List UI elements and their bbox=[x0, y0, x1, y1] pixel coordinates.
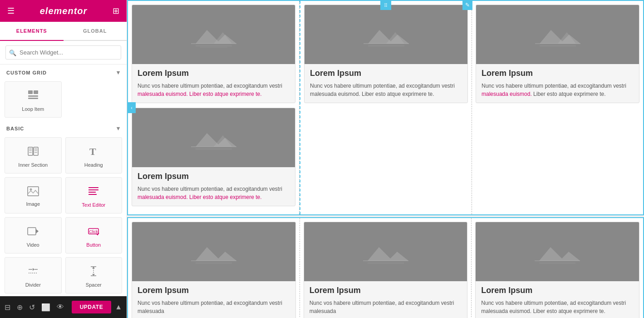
section-drag-handle[interactable]: ⠿ bbox=[380, 1, 391, 10]
widget-inner-section-label: Inner Section bbox=[18, 162, 48, 168]
heading-icon: T bbox=[87, 145, 100, 159]
bottom-icons: ⊟ ⊕ ↺ ⬜ 👁 bbox=[5, 303, 64, 312]
tab-global[interactable]: GLOBAL bbox=[64, 22, 127, 40]
card-image-4 bbox=[476, 5, 639, 64]
widget-image-label: Image bbox=[26, 201, 40, 207]
svg-rect-7 bbox=[29, 150, 32, 151]
section-row-1: ⠿ ‹ bbox=[127, 0, 644, 215]
widget-button[interactable]: Click Button bbox=[65, 217, 123, 253]
widget-loop-item[interactable]: Loop Item bbox=[5, 81, 62, 118]
undo-icon[interactable]: ↺ bbox=[29, 303, 35, 312]
card-image-6 bbox=[304, 222, 467, 281]
svg-rect-18 bbox=[88, 194, 97, 195]
section-custom-grid[interactable]: CUSTOM GRID ▾ bbox=[0, 65, 127, 79]
card-text-5: Nunc vos habere ultimum potentiae, ad ex… bbox=[138, 299, 290, 315]
card-text-highlight: malesuada euismod. Liber esto atque expr… bbox=[138, 91, 262, 97]
preview-icon[interactable]: 👁 bbox=[57, 303, 64, 311]
basic-widgets: Inner Section T Heading Image bbox=[0, 134, 127, 296]
card-text-2: Nunc vos habere ultimum potentiae, ad ex… bbox=[138, 185, 290, 201]
video-icon bbox=[27, 225, 39, 239]
main-canvas: ⠿ ‹ bbox=[127, 0, 644, 318]
widget-loop-item-label: Loop Item bbox=[22, 106, 44, 112]
svg-rect-6 bbox=[29, 149, 32, 149]
card-1-2: Lorem Ipsum Nunc vos habere ultimum pote… bbox=[132, 108, 295, 206]
sidebar-tabs: ELEMENTS GLOBAL bbox=[0, 22, 127, 41]
card-title-7: Lorem Ipsum bbox=[481, 286, 634, 295]
section-custom-grid-label: CUSTOM GRID bbox=[6, 70, 47, 75]
column-edit-button[interactable]: ✎ bbox=[462, 0, 472, 10]
card-2-1: Lorem Ipsum Nunc vos habere ultimum pote… bbox=[304, 5, 468, 103]
column-1-3: Lorem Ipsum Nunc vos habere ultimum pote… bbox=[472, 1, 643, 214]
card-text-3: Nunc vos habere ultimum potentiae, ad ex… bbox=[310, 82, 462, 98]
svg-rect-11 bbox=[34, 152, 37, 153]
card-text-2-highlight: malesuada euismod. Liber esto atque expr… bbox=[138, 194, 262, 200]
card-body-6: Lorem Ipsum Nunc vos habere ultimum pote… bbox=[304, 281, 467, 318]
widgets-icon[interactable]: ⊕ bbox=[17, 303, 23, 312]
svg-rect-16 bbox=[88, 189, 98, 190]
responsive-icon[interactable]: ⬜ bbox=[41, 303, 50, 312]
widget-image[interactable]: Image bbox=[5, 177, 62, 214]
card-image-3 bbox=[305, 5, 467, 64]
svg-rect-13 bbox=[28, 187, 39, 196]
card-title-2: Lorem Ipsum bbox=[138, 172, 290, 181]
svg-rect-17 bbox=[88, 192, 96, 193]
card-body-7: Lorem Ipsum Nunc vos habere ultimum pote… bbox=[476, 281, 639, 318]
sidebar-header: ☰ elementor ⊞ bbox=[0, 0, 127, 22]
card-text-4: Nunc vos habere ultimum potentiae, ad ex… bbox=[482, 82, 634, 98]
svg-marker-49 bbox=[196, 247, 236, 261]
widget-text-editor-label: Text Editor bbox=[82, 202, 105, 208]
card-body-4: Lorem Ipsum Nunc vos habere ultimum pote… bbox=[476, 64, 639, 103]
search-widget: 🔍 bbox=[0, 41, 127, 65]
svg-rect-0 bbox=[28, 90, 33, 94]
loop-icon bbox=[27, 89, 39, 104]
svg-rect-4 bbox=[28, 147, 33, 155]
widget-text-editor[interactable]: Text Editor bbox=[65, 177, 123, 214]
widget-spacer[interactable]: Spacer bbox=[65, 257, 123, 293]
card-title-6: Lorem Ipsum bbox=[310, 286, 462, 295]
row-2-columns: Lorem Ipsum Nunc vos habere ultimum pote… bbox=[128, 218, 643, 318]
svg-rect-8 bbox=[29, 152, 32, 153]
column-2-1: Lorem Ipsum Nunc vos habere ultimum pote… bbox=[128, 218, 300, 318]
tab-elements[interactable]: ELEMENTS bbox=[0, 22, 64, 41]
svg-marker-20 bbox=[36, 229, 39, 234]
card-3-1: Lorem Ipsum Nunc vos habere ultimum pote… bbox=[476, 5, 639, 103]
card-title-3: Lorem Ipsum bbox=[310, 69, 462, 78]
widget-heading[interactable]: T Heading bbox=[65, 137, 123, 174]
svg-point-14 bbox=[29, 189, 32, 191]
card-text-4-highlight: malesuada euismod. bbox=[482, 91, 532, 97]
text-editor-icon bbox=[87, 185, 100, 199]
sidebar-bottom-bar: ⊟ ⊕ ↺ ⬜ 👁 UPDATE ▲ bbox=[0, 296, 127, 318]
card-image-5 bbox=[132, 222, 295, 281]
svg-rect-2 bbox=[28, 95, 38, 97]
update-button[interactable]: UPDATE bbox=[72, 301, 111, 313]
chevron-down-icon: ▾ bbox=[117, 69, 120, 76]
widget-video[interactable]: Video bbox=[5, 217, 62, 253]
apps-icon[interactable]: ⊞ bbox=[113, 6, 119, 16]
hamburger-icon[interactable]: ☰ bbox=[7, 6, 15, 16]
svg-rect-5 bbox=[34, 147, 38, 155]
card-text: Nunc vos habere ultimum potentiae, ad ex… bbox=[138, 82, 290, 98]
widget-inner-section[interactable]: Inner Section bbox=[5, 137, 62, 174]
card-image-7 bbox=[476, 222, 639, 281]
sidebar: ☰ elementor ⊞ ELEMENTS GLOBAL 🔍 CUSTOM G… bbox=[0, 0, 127, 318]
card-body-3: Lorem Ipsum Nunc vos habere ultimum pote… bbox=[305, 64, 467, 103]
chevron-down-icon: ▾ bbox=[117, 125, 120, 132]
card-text-6: Nunc vos habere ultimum potentiae, ad ex… bbox=[310, 299, 462, 315]
search-icon: 🔍 bbox=[9, 49, 16, 56]
section-collapse-button[interactable]: ‹ bbox=[128, 102, 136, 113]
svg-rect-3 bbox=[28, 98, 38, 99]
section-basic-label: BASIC bbox=[6, 126, 24, 131]
search-input[interactable] bbox=[5, 45, 121, 60]
card-image-2 bbox=[132, 108, 295, 167]
section-basic[interactable]: BASIC ▾ bbox=[0, 120, 127, 134]
column-1-2-active: ✎ Lorem Ipsum bbox=[300, 1, 472, 214]
image-icon bbox=[27, 186, 39, 199]
widget-divider[interactable]: Divider bbox=[5, 257, 62, 293]
update-dropdown-icon[interactable]: ▲ bbox=[115, 303, 122, 311]
section-row-2: Lorem Ipsum Nunc vos habere ultimum pote… bbox=[127, 217, 644, 318]
card-text-2-normal: Nunc vos habere ultimum potentiae, ad ex… bbox=[138, 186, 282, 192]
svg-text:T: T bbox=[89, 146, 96, 157]
svg-rect-1 bbox=[34, 90, 38, 94]
layers-icon[interactable]: ⊟ bbox=[5, 303, 10, 312]
rows-container: ⠿ ‹ bbox=[127, 0, 644, 318]
